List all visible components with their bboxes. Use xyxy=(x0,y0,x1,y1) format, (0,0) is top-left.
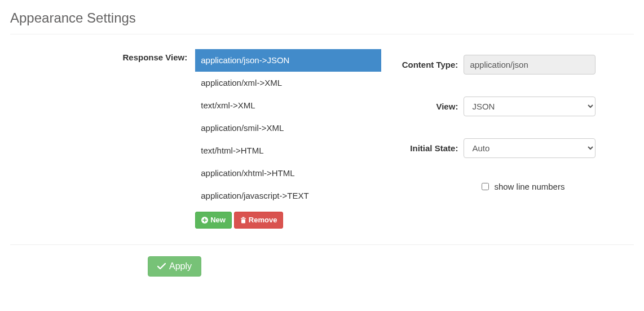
response-view-listbox[interactable]: application/json->JSONapplication/xml->X… xyxy=(195,49,381,208)
list-item[interactable]: text/xml->XML xyxy=(195,94,381,117)
content-type-field[interactable] xyxy=(464,55,596,75)
trash-icon xyxy=(240,217,246,224)
list-item[interactable]: application/xhtml->HTML xyxy=(195,162,381,185)
page-title: Appearance Settings xyxy=(10,10,634,26)
svg-rect-5 xyxy=(242,217,244,218)
new-button[interactable]: New xyxy=(195,212,232,229)
plus-circle-icon xyxy=(201,217,208,224)
remove-button[interactable]: Remove xyxy=(234,212,284,229)
list-item[interactable]: application/json->JSON xyxy=(195,49,381,72)
list-item[interactable]: application/javascript->TEXT xyxy=(195,185,381,207)
response-view-label: Response View: xyxy=(122,52,187,62)
show-line-numbers-checkbox[interactable] xyxy=(482,183,489,190)
initial-state-select[interactable]: Auto xyxy=(464,138,596,158)
svg-rect-4 xyxy=(241,220,245,224)
svg-rect-2 xyxy=(203,220,207,221)
show-line-numbers-label[interactable]: show line numbers xyxy=(494,182,564,191)
check-icon xyxy=(157,263,166,270)
list-item[interactable]: text/html->HTML xyxy=(195,139,381,162)
view-select[interactable]: JSON xyxy=(464,97,596,116)
apply-button[interactable]: Apply xyxy=(148,256,201,277)
apply-button-label: Apply xyxy=(169,261,192,271)
list-item[interactable]: application/xml->XML xyxy=(195,72,381,94)
content-type-label: Content Type: xyxy=(395,60,464,69)
initial-state-label: Initial State: xyxy=(395,143,464,153)
list-item[interactable]: application/smil->XML xyxy=(195,117,381,139)
view-label: View: xyxy=(395,102,464,111)
new-button-label: New xyxy=(210,215,226,225)
svg-rect-3 xyxy=(241,218,246,219)
remove-button-label: Remove xyxy=(249,215,277,225)
